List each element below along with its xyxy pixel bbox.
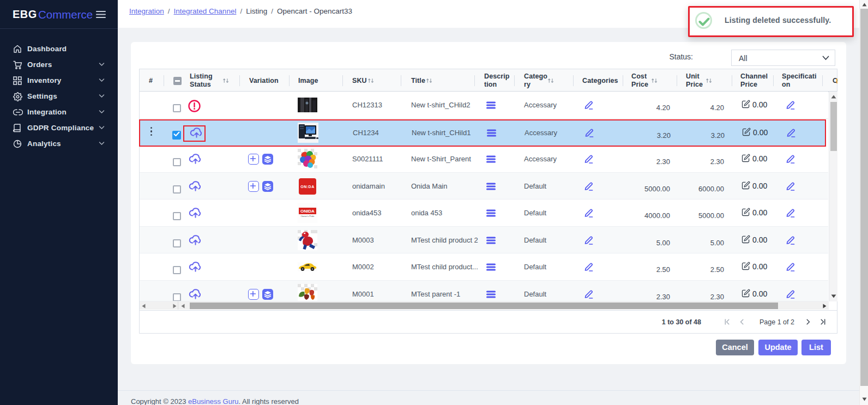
svg-text:Owner's Pride: Owner's Pride [301, 215, 315, 217]
svg-text:ON:DA: ON:DA [300, 185, 314, 189]
svg-text:ONIDA: ONIDA [300, 209, 315, 214]
